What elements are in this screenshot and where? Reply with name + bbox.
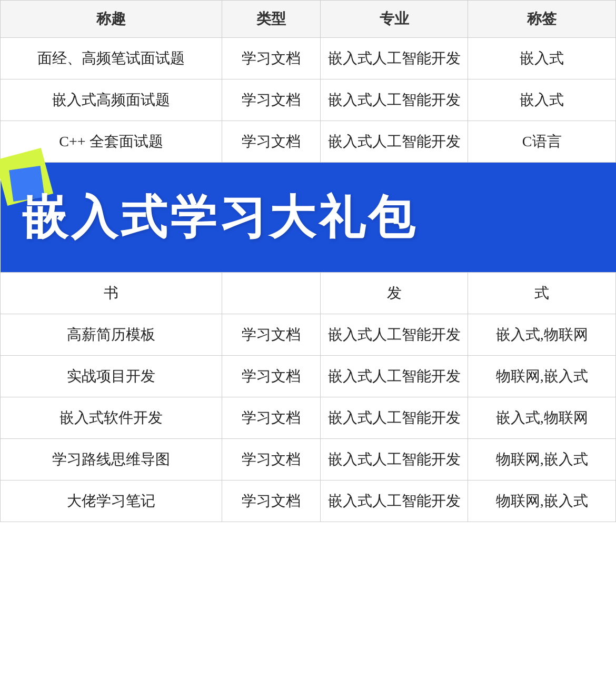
row-major: 嵌入式人工智能开发	[320, 356, 468, 397]
banner-cell: 嵌入式学习大礼包	[1, 163, 616, 273]
row-type: 学习文档	[222, 121, 320, 163]
row-type: 学习文档	[222, 397, 320, 439]
row-major: 嵌入式人工智能开发	[320, 439, 468, 480]
table-row: 大佬学习笔记 学习文档 嵌入式人工智能开发 物联网,嵌入式	[1, 480, 616, 522]
row-title: 大佬学习笔记	[1, 480, 222, 522]
partial-col2	[222, 273, 320, 314]
row-tag: 嵌入式,物联网	[468, 314, 616, 356]
header-row: 称趣 类型 专业 称签	[1, 1, 616, 38]
row-tag: 物联网,嵌入式	[468, 480, 616, 522]
row-tag: 嵌入式,物联网	[468, 397, 616, 439]
table-row: 实战项目开发 学习文档 嵌入式人工智能开发 物联网,嵌入式	[1, 356, 616, 397]
row-title: 实战项目开发	[1, 356, 222, 397]
row-type: 学习文档	[222, 314, 320, 356]
row-type: 学习文档	[222, 480, 320, 522]
row-title: 面经、高频笔试面试题	[1, 38, 222, 79]
row-tag: 嵌入式	[468, 79, 616, 121]
banner-overlay: 嵌入式学习大礼包	[1, 163, 616, 272]
partial-col3: 发	[320, 273, 468, 314]
col-header-tag: 称签	[468, 1, 616, 38]
table-row: 嵌入式高频面试题 学习文档 嵌入式人工智能开发 嵌入式	[1, 79, 616, 121]
row-title: 嵌入式高频面试题	[1, 79, 222, 121]
col-header-major: 专业	[320, 1, 468, 38]
banner-row: 嵌入式学习大礼包	[1, 163, 616, 273]
row-major: 嵌入式人工智能开发	[320, 38, 468, 79]
partial-col1: 书	[1, 273, 222, 314]
table-row: 嵌入式软件开发 学习文档 嵌入式人工智能开发 嵌入式,物联网	[1, 397, 616, 439]
partial-col4: 式	[468, 273, 616, 314]
row-major: 嵌入式人工智能开发	[320, 79, 468, 121]
row-tag: 物联网,嵌入式	[468, 356, 616, 397]
row-type: 学习文档	[222, 79, 320, 121]
row-title: 高薪简历模板	[1, 314, 222, 356]
row-type: 学习文档	[222, 439, 320, 480]
row-major: 嵌入式人工智能开发	[320, 480, 468, 522]
row-type: 学习文档	[222, 38, 320, 79]
row-major: 嵌入式人工智能开发	[320, 121, 468, 163]
row-tag: 嵌入式	[468, 38, 616, 79]
row-tag: C语言	[468, 121, 616, 163]
col-header-title: 称趣	[1, 1, 222, 38]
table-row: 面经、高频笔试面试题 学习文档 嵌入式人工智能开发 嵌入式	[1, 38, 616, 79]
partial-row: 书 发 式	[1, 273, 616, 314]
main-content: 称趣 类型 专业 称签 面经、高频笔试面试题 学习文档 嵌入式人工智能开发 嵌入…	[0, 0, 616, 522]
table-row: 高薪简历模板 学习文档 嵌入式人工智能开发 嵌入式,物联网	[1, 314, 616, 356]
row-type: 学习文档	[222, 356, 320, 397]
col-header-type: 类型	[222, 1, 320, 38]
row-tag: 物联网,嵌入式	[468, 439, 616, 480]
row-major: 嵌入式人工智能开发	[320, 314, 468, 356]
table-row: C++ 全套面试题 学习文档 嵌入式人工智能开发 C语言	[1, 121, 616, 163]
table-row: 学习路线思维导图 学习文档 嵌入式人工智能开发 物联网,嵌入式	[1, 439, 616, 480]
banner-text: 嵌入式学习大礼包	[22, 183, 418, 252]
row-title: 嵌入式软件开发	[1, 397, 222, 439]
row-major: 嵌入式人工智能开发	[320, 397, 468, 439]
row-title: 学习路线思维导图	[1, 439, 222, 480]
